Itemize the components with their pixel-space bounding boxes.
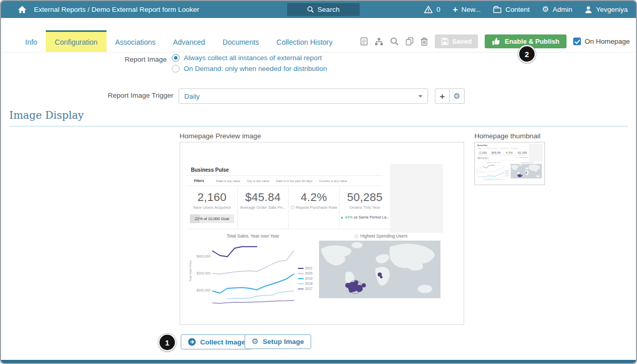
svg-text:$400,000: $400,000 [197,254,210,258]
gear-icon: ⚙ [453,93,460,100]
svg-text:$200,000: $200,000 [197,288,210,292]
homepage-preview-image: Business Pulse Filters State is any valu… [180,142,464,325]
filter-city: City is any value [247,179,270,183]
trigger-settings-button[interactable]: ⚙ [450,88,465,104]
radio-selected-icon [172,54,180,62]
on-homepage-checkbox[interactable]: On Homepage [573,38,630,45]
magnifier-icon[interactable] [390,37,399,46]
radio-on-demand-label: On Demand: only when needed for distribu… [184,65,327,72]
kpi-value: $45.84 [491,151,501,154]
record-toolbar: Saved Enable & Publish On Homepage [360,30,630,52]
report-image-label: Report Image [1,56,167,63]
bottom-accent-bar [1,360,636,363]
kpi-value: 4.2% [506,151,512,154]
kpi-value: 2,160 [198,191,227,204]
breadcrumb-separator: / [87,6,90,13]
document-icon[interactable] [360,37,368,46]
spending-map-tile: Highest Spending Users [510,161,542,181]
setup-image-button[interactable]: ⚙ Setup Image [244,334,311,349]
plus-icon: + [440,93,445,100]
chart-legend: 20212020201920182017 [298,266,312,291]
filter-date: Date is in the past 30 days [276,179,313,183]
line-chart: $400,000$300,000$200,000 [193,240,296,307]
sitemap-icon[interactable] [375,38,383,46]
chart-title: Total Sales, Year over Year [187,233,319,239]
breadcrumb-section[interactable]: External Reports [34,6,86,13]
tab-documents[interactable]: Documents [214,30,268,52]
kpi-new-users: 2,160 New Users Acquired 22% of 10,000 G… [476,150,490,160]
callout-badge-2: 2 [518,45,536,63]
info-circle-icon [503,155,504,156]
collect-image-button[interactable]: Collect Image [181,334,253,350]
kpi-average-order: $45.84 Average Order Sale Pri... [490,150,503,160]
collect-image-label: Collect Image [200,338,245,346]
arrow-right-circle-icon [188,338,196,346]
radio-unselected-icon [172,65,180,72]
info-circle-icon [520,162,521,163]
world-map [510,163,542,178]
chart-y-axis-label: Total Sale Price [477,169,478,174]
tab-collection-history[interactable]: Collection History [268,30,341,52]
callout-badge-1: 1 [158,334,176,351]
kpi-label: New Users Acquired [193,205,231,210]
dashboard-bottom-row: Total Sales, Year over Year Total Sale P… [187,229,443,307]
kpi-delta: ▲ 44% vs Same Period La... [516,157,529,158]
kpi-delta-text: vs Same Period La... [353,215,390,220]
kpi-label: Average Order Sale Pri... [490,155,502,156]
trigger-label: Report Image Trigger [1,92,173,99]
add-trigger-button[interactable]: + [435,88,450,104]
section-divider [9,126,628,126]
homepage-thumbnail: Business Pulse Filters State is any valu… [474,142,545,185]
svg-text:$200,000: $200,000 [479,176,483,177]
trigger-dropdown[interactable]: Daily [179,88,428,104]
new-menu[interactable]: + New... [453,6,481,13]
svg-text:$300,000: $300,000 [479,171,483,173]
tab-associations[interactable]: Associations [107,30,165,52]
radio-on-demand[interactable]: On Demand: only when needed for distribu… [172,65,327,72]
map-title: Highest Spending Users [319,233,443,239]
kpi-label: Repeat Purchase Rate [503,155,515,156]
user-name: Yevgeniya [596,6,628,13]
map-title: Highest Spending Users [510,162,542,163]
dashboard-background-area [390,164,443,233]
tab-info[interactable]: Info [16,30,46,52]
kpi-goal-progress: 22% of 10,000 Goal [477,157,489,159]
kpi-delta-value: 44% [345,215,352,220]
content-menu[interactable]: Content [493,6,529,13]
search-button[interactable]: Search [287,3,360,16]
radio-always-collect-label: Always collect all instances of external… [184,54,322,62]
preview-image-label: Homepage Preview image [180,132,261,140]
chart-y-axis-label: Total Sale Price [189,260,192,282]
alerts-menu[interactable]: 0 [424,6,440,13]
kpi-delta-value: 44% [517,157,519,158]
content-label: Content [505,6,529,13]
home-icon[interactable] [17,5,27,14]
trash-icon[interactable] [420,37,428,46]
radio-always-collect[interactable]: Always collect all instances of external… [172,54,322,62]
filter-city: City is any value [492,148,498,149]
gear-icon: ⚙ [542,6,548,13]
kpi-value: $45.84 [245,191,280,204]
copy-icon[interactable] [405,37,414,46]
kpi-label: New Users Acquired [478,155,488,156]
kpi-label: Average Order Sale Pri... [240,205,286,210]
checkbox-checked-icon [573,38,581,45]
tab-advanced[interactable]: Advanced [164,30,214,52]
kpi-value: 50,285 [347,191,382,204]
search-icon [307,6,314,13]
dashboard-card: Business Pulse Filters State is any valu… [187,164,443,318]
filter-date: Date is in the past 30 days [500,148,509,149]
kpi-goal-progress: 22% of 10,000 Goal [190,214,234,223]
kpi-value: 2,160 [479,151,487,154]
user-menu[interactable]: Yevgeniya [585,6,628,13]
info-circle-icon [291,206,294,209]
dashboard-title: Business Pulse [187,164,382,176]
kpi-repeat-purchase: 4.2% Repeat Purchase Rate [289,186,340,229]
filter-state: State is any value [484,148,490,149]
kpi-goal-text: 22% of 10,000 Goal [479,157,487,158]
saved-label: Saved [452,38,472,45]
floppy-icon [441,38,449,45]
tab-configuration[interactable]: Configuration [46,30,106,52]
admin-menu[interactable]: ⚙ Admin [542,6,572,13]
kpi-label: Orders This Year [349,205,380,210]
